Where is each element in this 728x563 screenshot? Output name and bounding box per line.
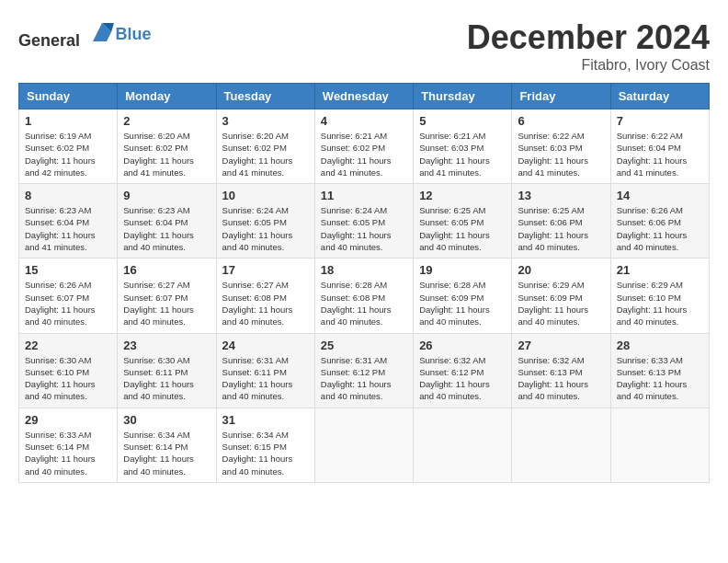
day-info: Sunrise: 6:22 AMSunset: 6:04 PMDaylight:… [617,130,703,178]
day-info: Sunrise: 6:22 AMSunset: 6:03 PMDaylight:… [518,130,604,178]
calendar-cell [512,408,610,482]
calendar-cell: 5Sunrise: 6:21 AMSunset: 6:03 PMDaylight… [414,109,512,184]
day-number: 14 [617,189,703,202]
day-number: 4 [321,114,407,128]
calendar-subtitle: Fitabro, Ivory Coast [467,57,710,74]
day-info: Sunrise: 6:21 AMSunset: 6:02 PMDaylight:… [321,130,407,178]
calendar-cell: 18Sunrise: 6:28 AMSunset: 6:08 PMDayligh… [314,259,413,333]
calendar-week-2: 8Sunrise: 6:23 AMSunset: 6:04 PMDaylight… [19,184,710,259]
day-info: Sunrise: 6:25 AMSunset: 6:06 PMDaylight:… [518,204,604,253]
day-number: 7 [617,114,703,128]
day-info: Sunrise: 6:29 AMSunset: 6:09 PMDaylight:… [518,279,604,327]
logo-blue: Blue [116,25,152,43]
day-number: 31 [222,413,309,427]
day-info: Sunrise: 6:30 AMSunset: 6:10 PMDaylight:… [25,354,111,403]
day-number: 25 [321,339,407,352]
logo-general: General [18,31,80,50]
calendar-cell [314,408,413,482]
header-thursday: Thursday [414,84,512,109]
header-friday: Friday [512,84,610,109]
calendar-week-3: 15Sunrise: 6:26 AMSunset: 6:07 PMDayligh… [19,259,710,333]
day-number: 24 [222,339,309,352]
calendar-cell [610,408,709,482]
day-number: 12 [419,189,506,202]
day-info: Sunrise: 6:34 AMSunset: 6:14 PMDaylight:… [123,429,210,477]
day-info: Sunrise: 6:28 AMSunset: 6:09 PMDaylight:… [419,279,506,327]
title-area: December 2024 Fitabro, Ivory Coast [467,18,710,74]
day-number: 22 [25,339,111,352]
day-number: 11 [321,189,407,202]
day-info: Sunrise: 6:20 AMSunset: 6:02 PMDaylight:… [222,130,309,178]
calendar-cell: 13Sunrise: 6:25 AMSunset: 6:06 PMDayligh… [512,184,610,259]
calendar-cell: 28Sunrise: 6:33 AMSunset: 6:13 PMDayligh… [610,333,709,408]
calendar-header-row: Sunday Monday Tuesday Wednesday Thursday… [19,84,710,109]
day-number: 1 [25,114,111,128]
calendar-week-1: 1Sunrise: 6:19 AMSunset: 6:02 PMDaylight… [19,109,710,184]
calendar-week-5: 29Sunrise: 6:33 AMSunset: 6:14 PMDayligh… [19,408,710,482]
calendar-cell: 24Sunrise: 6:31 AMSunset: 6:11 PMDayligh… [216,333,314,408]
header: General Blue December 2024 Fitabro, Ivor… [18,18,710,74]
header-sunday: Sunday [19,84,118,109]
day-number: 17 [222,263,309,277]
calendar-cell: 9Sunrise: 6:23 AMSunset: 6:04 PMDaylight… [118,184,216,259]
day-info: Sunrise: 6:34 AMSunset: 6:15 PMDaylight:… [222,429,309,477]
day-number: 15 [25,263,111,277]
day-number: 23 [123,339,210,352]
day-number: 5 [419,114,506,128]
calendar-cell: 21Sunrise: 6:29 AMSunset: 6:10 PMDayligh… [610,259,709,333]
day-number: 26 [419,339,506,352]
calendar-cell: 12Sunrise: 6:25 AMSunset: 6:05 PMDayligh… [414,184,512,259]
calendar-table: Sunday Monday Tuesday Wednesday Thursday… [18,83,710,483]
day-info: Sunrise: 6:28 AMSunset: 6:08 PMDaylight:… [321,279,407,327]
day-info: Sunrise: 6:26 AMSunset: 6:06 PMDaylight:… [617,204,703,253]
day-info: Sunrise: 6:29 AMSunset: 6:10 PMDaylight:… [617,279,703,327]
calendar-week-4: 22Sunrise: 6:30 AMSunset: 6:10 PMDayligh… [19,333,710,408]
day-number: 2 [123,114,210,128]
calendar-cell: 11Sunrise: 6:24 AMSunset: 6:05 PMDayligh… [314,184,413,259]
calendar-cell: 30Sunrise: 6:34 AMSunset: 6:14 PMDayligh… [118,408,216,482]
day-info: Sunrise: 6:32 AMSunset: 6:12 PMDaylight:… [419,354,506,403]
day-info: Sunrise: 6:26 AMSunset: 6:07 PMDaylight:… [25,279,111,327]
calendar-cell: 1Sunrise: 6:19 AMSunset: 6:02 PMDaylight… [19,109,118,184]
calendar-cell: 2Sunrise: 6:20 AMSunset: 6:02 PMDaylight… [118,109,216,184]
day-number: 20 [518,263,604,277]
calendar-cell: 20Sunrise: 6:29 AMSunset: 6:09 PMDayligh… [512,259,610,333]
day-number: 30 [123,413,210,427]
day-info: Sunrise: 6:30 AMSunset: 6:11 PMDaylight:… [123,354,210,403]
day-info: Sunrise: 6:23 AMSunset: 6:04 PMDaylight:… [123,204,210,253]
day-info: Sunrise: 6:24 AMSunset: 6:05 PMDaylight:… [321,204,407,253]
calendar-cell: 19Sunrise: 6:28 AMSunset: 6:09 PMDayligh… [414,259,512,333]
day-number: 8 [25,189,111,202]
day-number: 10 [222,189,309,202]
logo: General Blue [18,18,152,51]
day-number: 29 [25,413,111,427]
day-info: Sunrise: 6:21 AMSunset: 6:03 PMDaylight:… [419,130,506,178]
calendar-cell: 22Sunrise: 6:30 AMSunset: 6:10 PMDayligh… [19,333,118,408]
logo-icon [88,18,116,46]
calendar-cell: 6Sunrise: 6:22 AMSunset: 6:03 PMDaylight… [512,109,610,184]
day-info: Sunrise: 6:31 AMSunset: 6:12 PMDaylight:… [321,354,407,403]
day-number: 9 [123,189,210,202]
day-number: 3 [222,114,309,128]
day-info: Sunrise: 6:20 AMSunset: 6:02 PMDaylight:… [123,130,210,178]
calendar-cell: 27Sunrise: 6:32 AMSunset: 6:13 PMDayligh… [512,333,610,408]
calendar-cell: 17Sunrise: 6:27 AMSunset: 6:08 PMDayligh… [216,259,314,333]
calendar-cell [414,408,512,482]
day-number: 21 [617,263,703,277]
day-number: 6 [518,114,604,128]
day-number: 27 [518,339,604,352]
day-number: 28 [617,339,703,352]
day-info: Sunrise: 6:23 AMSunset: 6:04 PMDaylight:… [25,204,111,253]
calendar-cell: 25Sunrise: 6:31 AMSunset: 6:12 PMDayligh… [314,333,413,408]
header-monday: Monday [118,84,216,109]
day-info: Sunrise: 6:27 AMSunset: 6:08 PMDaylight:… [222,279,309,327]
calendar-cell: 31Sunrise: 6:34 AMSunset: 6:15 PMDayligh… [216,408,314,482]
day-number: 18 [321,263,407,277]
day-info: Sunrise: 6:25 AMSunset: 6:05 PMDaylight:… [419,204,506,253]
day-number: 13 [518,189,604,202]
day-info: Sunrise: 6:19 AMSunset: 6:02 PMDaylight:… [25,130,111,178]
day-info: Sunrise: 6:33 AMSunset: 6:14 PMDaylight:… [25,429,111,477]
day-number: 19 [419,263,506,277]
calendar-cell: 15Sunrise: 6:26 AMSunset: 6:07 PMDayligh… [19,259,118,333]
day-number: 16 [123,263,210,277]
